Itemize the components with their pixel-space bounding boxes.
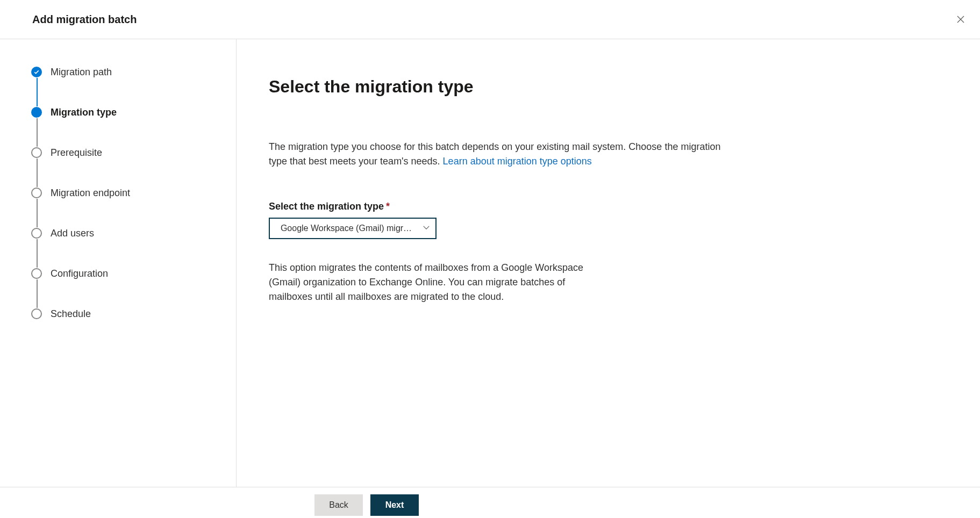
step-migration-type[interactable]: Migration type <box>31 106 225 118</box>
step-indicator-upcoming <box>31 308 42 319</box>
step-connector <box>37 118 38 147</box>
step-add-users[interactable]: Add users <box>31 227 225 239</box>
step-indicator-upcoming <box>31 228 42 239</box>
step-list: Migration path Migration type Prerequisi… <box>31 66 225 320</box>
select-label-text: Select the migration type <box>269 201 384 212</box>
step-label: Add users <box>51 228 94 239</box>
wizard-main: Select the migration type The migration … <box>237 39 980 487</box>
wizard-footer: Back Next <box>0 487 980 518</box>
step-prerequisite[interactable]: Prerequisite <box>31 147 225 159</box>
step-label: Schedule <box>51 308 91 320</box>
required-marker: * <box>386 201 390 212</box>
step-label: Migration path <box>51 67 112 78</box>
step-migration-endpoint[interactable]: Migration endpoint <box>31 187 225 199</box>
step-indicator-upcoming <box>31 268 42 279</box>
step-connector <box>37 199 38 227</box>
wizard-header: Add migration batch <box>0 0 980 39</box>
step-connector <box>37 159 38 187</box>
step-indicator-active <box>31 107 42 118</box>
step-migration-path[interactable]: Migration path <box>31 66 225 78</box>
step-label: Migration endpoint <box>51 188 130 199</box>
migration-type-select[interactable]: Google Workspace (Gmail) migr… <box>269 218 437 239</box>
page-title: Select the migration type <box>269 77 937 97</box>
step-indicator-upcoming <box>31 188 42 198</box>
step-label: Migration type <box>51 107 117 118</box>
wizard-body: Migration path Migration type Prerequisi… <box>0 39 980 487</box>
step-indicator-completed <box>31 67 42 77</box>
step-schedule[interactable]: Schedule <box>31 308 225 320</box>
back-button[interactable]: Back <box>314 494 363 516</box>
step-configuration[interactable]: Configuration <box>31 268 225 279</box>
step-indicator-upcoming <box>31 147 42 158</box>
step-connector <box>37 279 38 308</box>
close-icon <box>956 15 965 24</box>
learn-link[interactable]: Learn about migration type options <box>443 156 592 167</box>
wizard-sidebar: Migration path Migration type Prerequisi… <box>0 39 237 487</box>
step-label: Prerequisite <box>51 147 102 159</box>
close-button[interactable] <box>952 11 969 28</box>
page-description: The migration type you choose for this b… <box>269 140 736 169</box>
select-label: Select the migration type* <box>269 201 937 212</box>
next-button[interactable]: Next <box>370 494 419 516</box>
checkmark-icon <box>33 69 40 75</box>
migration-type-select-wrap: Google Workspace (Gmail) migr… <box>269 218 437 239</box>
step-label: Configuration <box>51 268 108 279</box>
step-connector <box>37 78 38 106</box>
select-explanation: This option migrates the contents of mai… <box>269 261 586 304</box>
wizard-title: Add migration batch <box>32 13 137 26</box>
step-connector <box>37 239 38 268</box>
